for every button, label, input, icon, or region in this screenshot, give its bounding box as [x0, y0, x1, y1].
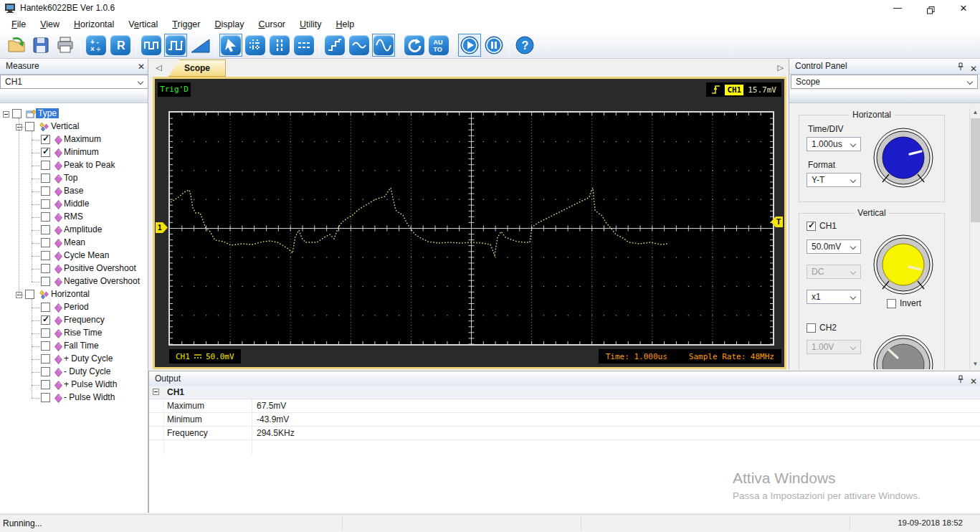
tree-checkbox[interactable]	[41, 212, 50, 222]
tree-checkbox[interactable]	[41, 277, 50, 286]
pause-icon[interactable]	[482, 34, 505, 57]
ch1-checkbox[interactable]	[807, 222, 816, 231]
tab-scroll-left-icon[interactable]: ◁	[156, 63, 161, 72]
auto-icon[interactable]: AUTO	[427, 34, 450, 57]
tree-item-rms[interactable]: RMS	[0, 211, 148, 224]
tree-checkbox[interactable]	[12, 109, 22, 118]
reference-icon[interactable]: R	[109, 34, 132, 57]
collapse-icon[interactable]	[153, 389, 159, 395]
restore-button[interactable]	[914, 0, 947, 16]
close-icon[interactable]: ✕	[138, 61, 145, 72]
horizontal-cursors-icon[interactable]	[292, 34, 315, 57]
format-select[interactable]: Y-T	[807, 173, 861, 187]
menu-view[interactable]: View	[33, 18, 67, 31]
tree-checkbox[interactable]	[41, 161, 50, 170]
vertical-cursors-icon[interactable]	[268, 34, 291, 57]
tree-checkbox[interactable]	[41, 238, 50, 247]
invert-checkbox[interactable]	[887, 299, 896, 308]
refresh-icon[interactable]	[403, 34, 426, 57]
menu-trigger[interactable]: Trigger	[165, 18, 207, 31]
sine-wave-icon[interactable]	[372, 34, 395, 57]
time-div-select[interactable]: 1.000us	[807, 137, 861, 151]
menu-cursor[interactable]: Cursor	[251, 18, 292, 31]
math-icon[interactable]: + -× ÷	[85, 34, 108, 57]
tree-checkbox[interactable]	[41, 328, 50, 338]
tree-item--pulse-width[interactable]: + Pulse Width	[0, 379, 148, 391]
menu-vertical[interactable]: Vertical	[121, 18, 165, 31]
tree-checkbox[interactable]	[41, 380, 50, 389]
tree-item-middle[interactable]: Middle	[0, 198, 148, 211]
tree-checkbox[interactable]	[41, 393, 50, 402]
output-group-row[interactable]: CH1	[149, 386, 980, 399]
help-icon[interactable]: ?	[513, 34, 536, 57]
close-icon[interactable]: ✕	[970, 63, 977, 75]
tree-item-peak-to-peak[interactable]: Peak to Peak	[0, 159, 148, 172]
grid-icon[interactable]	[244, 34, 267, 57]
cursor-icon[interactable]	[219, 34, 242, 57]
tree-checkbox[interactable]	[41, 186, 50, 196]
wave-icon[interactable]	[348, 34, 371, 57]
tree-checkbox[interactable]	[41, 315, 50, 325]
tree-item-type[interactable]: Type	[0, 108, 148, 120]
ch1-invert[interactable]: Invert	[887, 298, 921, 308]
tree-item-top[interactable]: Top	[0, 172, 148, 185]
tree-item-base[interactable]: Base	[0, 185, 148, 198]
tree-item-fall-time[interactable]: Fall Time	[0, 340, 148, 353]
menu-help[interactable]: Help	[329, 18, 362, 31]
ch1-probe-select[interactable]: x1	[807, 290, 861, 304]
control-mode-select[interactable]: Scope	[791, 75, 978, 89]
scope-plot[interactable]	[168, 111, 774, 346]
tree-checkbox[interactable]	[25, 122, 34, 131]
tab-scope[interactable]: Scope	[168, 60, 226, 77]
tree-checkbox[interactable]	[41, 225, 50, 234]
ch1-position-knob[interactable]	[872, 234, 934, 298]
square-wave-icon[interactable]	[140, 34, 163, 57]
print-icon[interactable]	[54, 34, 77, 57]
minimize-button[interactable]: —	[881, 0, 914, 16]
tree-checkbox[interactable]	[41, 367, 50, 376]
tree-checkbox[interactable]	[41, 341, 50, 351]
tree-item-maximum[interactable]: Maximum	[0, 133, 148, 146]
ch2-position-knob[interactable]	[872, 334, 934, 369]
tree-checkbox[interactable]	[41, 251, 50, 260]
tree-item-negative-overshoot[interactable]: Negative Overshoot	[0, 275, 148, 288]
scroll-up-icon[interactable]: ▲	[971, 108, 980, 118]
control-panel-scrollbar[interactable]: ▲ ▼	[969, 108, 980, 369]
tree-checkbox[interactable]	[25, 290, 34, 299]
menu-file[interactable]: File	[4, 18, 33, 31]
scrollbar-thumb[interactable]	[971, 118, 980, 222]
channel1-position-marker[interactable]: 1	[156, 222, 168, 233]
ramp-icon[interactable]	[189, 34, 211, 57]
pin-icon[interactable]	[957, 61, 964, 76]
menu-utility[interactable]: Utility	[292, 18, 329, 31]
ch1-enable[interactable]: CH1	[807, 221, 837, 231]
tree-item-cycle-mean[interactable]: Cycle Mean	[0, 250, 148, 262]
tree-checkbox[interactable]	[41, 199, 50, 209]
horizontal-knob[interactable]	[872, 127, 934, 191]
tree-item--pulse-width[interactable]: - Pulse Width	[0, 391, 148, 404]
tree-checkbox[interactable]	[41, 264, 50, 273]
tree-checkbox[interactable]	[41, 303, 50, 312]
tree-collapse-icon[interactable]	[3, 111, 9, 118]
tree-item--duty-cycle[interactable]: + Duty Cycle	[0, 353, 148, 366]
ch1-volts-select[interactable]: 50.0mV	[807, 239, 861, 254]
tree-item-positive-overshoot[interactable]: Positive Overshoot	[0, 262, 148, 275]
scroll-down-icon[interactable]: ▼	[971, 359, 980, 369]
close-button[interactable]: ✕	[947, 0, 980, 16]
step-wave-icon[interactable]	[323, 34, 346, 57]
tree-item-rise-time[interactable]: Rise Time	[0, 327, 148, 340]
tree-item-frequency[interactable]: Frequency	[0, 314, 148, 327]
play-icon[interactable]	[458, 34, 481, 57]
menu-horizontal[interactable]: Horizontal	[67, 18, 121, 31]
measure-channel-select[interactable]: CH1	[0, 75, 148, 89]
tree-item-period[interactable]: Period	[0, 301, 148, 314]
tree-checkbox[interactable]	[41, 135, 50, 144]
tab-scroll-right-icon[interactable]: ▷	[778, 63, 784, 72]
tree-item--duty-cycle[interactable]: - Duty Cycle	[0, 366, 148, 379]
square-wave-dotted-icon[interactable]	[164, 34, 187, 57]
tree-checkbox[interactable]	[41, 174, 50, 183]
open-icon[interactable]	[5, 34, 28, 57]
ch2-checkbox[interactable]	[807, 323, 816, 333]
menu-display[interactable]: Display	[207, 18, 251, 31]
ch2-enable[interactable]: CH2	[807, 323, 837, 333]
